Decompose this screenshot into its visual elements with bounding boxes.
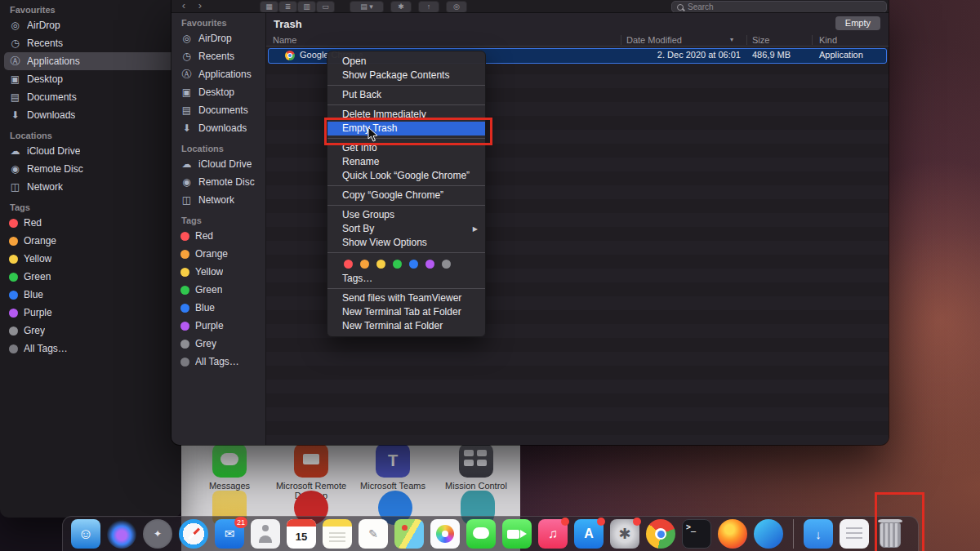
contacts-dock-icon[interactable] (251, 519, 280, 549)
sidebar-tag-item[interactable]: All Tags… (176, 353, 261, 371)
sidebar-item[interactable]: ◎ AirDrop (4, 16, 177, 34)
sidebar-item[interactable]: ▤ Documents (176, 101, 261, 119)
tags-toolbar-button[interactable]: ◎ (446, 1, 467, 13)
sidebar-tag-item[interactable]: Grey (176, 335, 261, 353)
sidebar-item[interactable]: ▤ Documents (4, 88, 177, 106)
menu-item-quick-look[interactable]: Quick Look “Google Chrome” (327, 169, 485, 183)
facetime-dock-icon[interactable] (502, 519, 532, 549)
menu-item-open[interactable]: Open (327, 55, 485, 69)
sidebar-tag-item[interactable]: Red (4, 214, 177, 232)
action-menu-button[interactable]: ✱ (390, 1, 412, 13)
blue-app-dock-icon[interactable] (754, 519, 783, 549)
menu-item-show-package-contents[interactable]: Show Package Contents (327, 69, 485, 82)
maps-dock-icon[interactable] (394, 519, 424, 549)
sidebar-item[interactable]: ▣ Desktop (4, 70, 177, 88)
sidebar-item[interactable]: ◉ Remote Disc (176, 173, 261, 191)
sidebar-tag-item[interactable]: Orange (176, 245, 261, 263)
sidebar-tag-item[interactable]: Purple (176, 317, 261, 335)
tag-color-dot[interactable] (425, 260, 434, 269)
sidebar-item[interactable]: ◉ Remote Disc (4, 160, 177, 178)
sidebar-item[interactable]: ⬇ Downloads (176, 119, 261, 137)
tag-color-dot[interactable] (409, 260, 418, 269)
menu-item-send-teamviewer[interactable]: Send files with TeamViewer (327, 291, 485, 305)
chrome-dock-icon[interactable] (646, 519, 675, 549)
sidebar-item[interactable]: ◫ Network (176, 191, 261, 209)
app-item-ms-teams[interactable]: T Microsoft Teams (350, 455, 435, 491)
tag-color-dot[interactable] (376, 260, 385, 269)
app-item-mission-control[interactable]: Mission Control (434, 455, 519, 491)
notes-dock-icon[interactable] (323, 519, 352, 549)
sidebar-item[interactable]: ▣ Desktop (176, 83, 261, 101)
column-divider[interactable] (812, 35, 813, 45)
sidebar-item[interactable]: Ⓐ Applications (4, 52, 177, 70)
menu-item-copy[interactable]: Copy “Google Chrome” (327, 189, 485, 202)
mail-badge: 21 (234, 517, 247, 528)
messages-dock-icon[interactable] (466, 519, 496, 549)
sidebar-item[interactable]: ☁ iCloud Drive (4, 142, 177, 160)
column-header-name[interactable]: Name (273, 34, 296, 46)
column-header-kind[interactable]: Kind (819, 34, 837, 46)
sidebar-tag-item[interactable]: Grey (4, 322, 177, 340)
sidebar-item[interactable]: ◫ Network (4, 178, 177, 196)
app-item-messages[interactable]: Messages (187, 455, 272, 491)
column-divider[interactable] (621, 35, 621, 45)
sidebar-tag-item[interactable]: All Tags… (4, 340, 177, 358)
firefox-dock-icon[interactable] (718, 519, 747, 549)
list-view-button[interactable]: ≣ (278, 1, 297, 13)
music-dock-icon[interactable]: ♫ (538, 519, 568, 549)
sidebar-item[interactable]: ☁ iCloud Drive (176, 155, 261, 173)
sidebar-tag-item[interactable]: Red (176, 227, 261, 245)
menu-item-sort-by[interactable]: Sort By▶ (327, 222, 485, 236)
sidebar-tag-item[interactable]: Yellow (4, 250, 177, 268)
sidebar-item[interactable]: ⬇ Downloads (4, 106, 177, 124)
menu-item-new-terminal[interactable]: New Terminal at Folder (327, 319, 485, 333)
icon-view-button[interactable]: ▦ (260, 1, 278, 13)
tag-color-dot[interactable] (360, 260, 369, 269)
sidebar-item[interactable]: Ⓐ Applications (176, 65, 261, 83)
sidebar-item[interactable]: ◷ Recents (176, 47, 261, 65)
tag-color-dot[interactable] (442, 260, 451, 269)
sidebar-item[interactable]: ◎ AirDrop (176, 29, 261, 47)
forward-button[interactable]: › (193, 1, 207, 11)
search-input[interactable]: Search (671, 1, 887, 13)
menu-item-use-groups[interactable]: Use Groups (327, 208, 485, 222)
menu-item-put-back[interactable]: Put Back (327, 88, 485, 102)
tag-color-dot[interactable] (393, 260, 402, 269)
sidebar-tag-item[interactable]: Blue (176, 299, 261, 317)
system-preferences-dock-icon[interactable]: ✱ (610, 519, 639, 549)
safari-dock-icon[interactable] (179, 519, 208, 549)
finder-dock-icon[interactable]: ☺ (71, 519, 100, 549)
column-header-size[interactable]: Size (752, 34, 769, 46)
launchpad-dock-icon[interactable]: ✦ (143, 519, 172, 549)
menu-item-new-terminal-tab[interactable]: New Terminal Tab at Folder (327, 305, 485, 319)
sidebar-tag-item[interactable]: Orange (4, 232, 177, 250)
document-dock-icon[interactable] (840, 519, 869, 549)
sort-direction-icon[interactable]: ▾ (730, 34, 733, 46)
column-header-date-modified[interactable]: Date Modified (626, 34, 682, 46)
menu-item-rename[interactable]: Rename (327, 155, 485, 169)
sidebar-tag-item[interactable]: Purple (4, 304, 177, 322)
empty-trash-button[interactable]: Empty (835, 16, 880, 30)
group-button[interactable]: ▤ ▾ (350, 1, 384, 13)
column-view-button[interactable]: ▥ (297, 1, 316, 13)
menu-item-tags[interactable]: Tags… (327, 272, 485, 286)
back-button[interactable]: ‹ (176, 1, 191, 11)
sidebar-tag-item[interactable]: Green (176, 281, 261, 299)
sidebar-tag-item[interactable]: Yellow (176, 263, 261, 281)
sidebar-tag-item[interactable]: Green (4, 268, 177, 286)
window-title-bar: Trash Empty (266, 13, 889, 34)
textedit-dock-icon[interactable]: ✎ (359, 519, 388, 549)
photos-dock-icon[interactable] (430, 519, 460, 549)
menu-item-show-view-options[interactable]: Show View Options (327, 236, 485, 250)
tag-color-dot[interactable] (344, 260, 353, 269)
terminal-dock-icon[interactable] (682, 519, 711, 549)
gallery-view-button[interactable]: ▭ (316, 1, 335, 13)
sidebar-item[interactable]: ◷ Recents (4, 34, 177, 52)
sidebar-tag-item[interactable]: Blue (4, 286, 177, 304)
column-divider[interactable] (746, 35, 747, 45)
downloads-stack-dock-icon[interactable]: ↓ (804, 519, 833, 549)
share-button[interactable]: ↑ (418, 1, 439, 13)
app-store-dock-icon[interactable]: A (574, 519, 604, 549)
siri-dock-icon[interactable] (107, 519, 136, 549)
calendar-dock-icon[interactable]: 15 (287, 519, 316, 549)
